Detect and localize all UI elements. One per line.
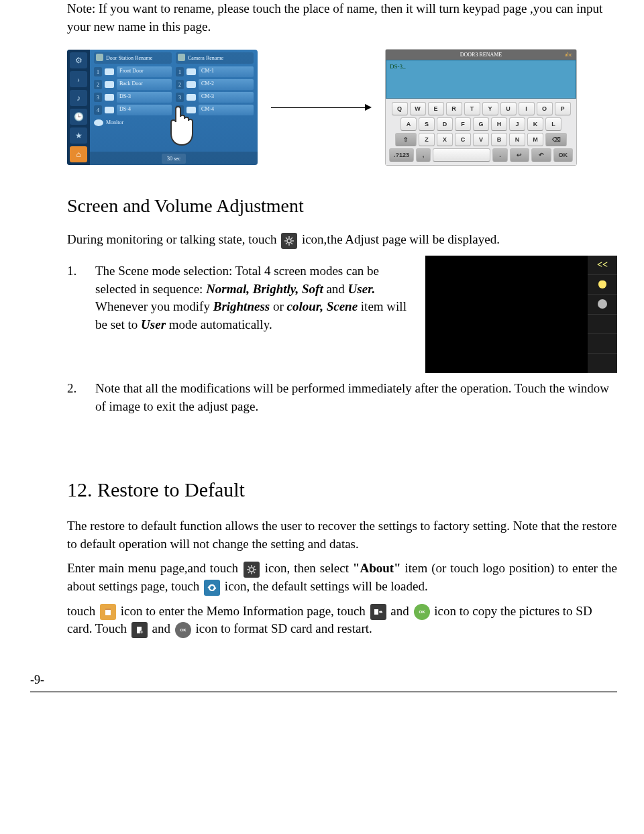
- gear-icon: ⚙: [70, 52, 87, 68]
- keypad-key: M: [527, 133, 543, 146]
- ok-gray-icon: OK: [175, 622, 191, 638]
- keypad-key: T: [464, 102, 480, 115]
- keypad-mode: abc: [565, 51, 572, 58]
- keypad-key: P: [555, 102, 571, 115]
- keypad-screenshot: DOOR3 RENAME abc DS-3_ QWERTYUIOP ASDFGH…: [385, 49, 577, 166]
- svg-rect-24: [374, 609, 378, 615]
- svg-line-14: [248, 566, 250, 568]
- door-label: Front Door: [117, 66, 172, 77]
- cam-label: CM-4: [199, 105, 254, 115]
- restore-p3: touch icon to enter the Memo Information…: [67, 603, 617, 638]
- keypad-title: DOOR3 RENAME: [460, 51, 502, 58]
- svg-line-16: [254, 566, 255, 568]
- back-icon: <<: [588, 256, 617, 275]
- row-num: 4: [94, 105, 102, 115]
- rename-sidebar: ⚙ › ♪ 🕒 ★ ⌂: [67, 50, 90, 165]
- door-column: 1Front Door 2Back Door 3DS-3 4DS-4 Monit…: [94, 66, 172, 127]
- keypad-key: ,: [416, 148, 431, 162]
- svg-point-0: [287, 239, 291, 243]
- nav-icon: ›: [70, 71, 87, 87]
- keypad-key: E: [428, 102, 444, 115]
- svg-line-6: [291, 243, 292, 244]
- door-label: Back Door: [117, 79, 172, 90]
- keypad-key: ⌫: [545, 133, 567, 146]
- keypad-key: H: [491, 117, 507, 131]
- gear-icon: [281, 233, 297, 249]
- sd-format-icon: [131, 622, 148, 638]
- keypad-key: S: [419, 117, 435, 131]
- cam-label: CM-3: [199, 92, 254, 103]
- text: icon,the Adjust page will be displayed.: [302, 232, 500, 246]
- blank-icon: [588, 334, 617, 354]
- keypad-key: Q: [392, 102, 408, 115]
- music-icon: ♪: [70, 90, 87, 106]
- svg-rect-18: [105, 609, 111, 615]
- hand-pointer-icon: [166, 102, 204, 146]
- footer-line: [30, 691, 617, 692]
- keypad-key: .: [492, 148, 507, 162]
- keypad-key: V: [473, 133, 489, 146]
- row-num: 1: [176, 67, 184, 76]
- keypad-key: ↩: [510, 148, 530, 162]
- adjust-panel-screenshot: <<: [425, 256, 617, 373]
- keypad-key: O: [537, 102, 553, 115]
- svg-point-9: [250, 568, 254, 572]
- keypad-key: C: [455, 133, 471, 146]
- keypad-key: ↶: [531, 148, 551, 162]
- keypad-key: G: [473, 117, 489, 131]
- restore-p2: Enter main menu page,and touch icon, the…: [67, 560, 617, 595]
- ok-icon: OK: [414, 604, 430, 620]
- row-num: 1: [94, 67, 102, 76]
- keypad-key: K: [527, 117, 543, 131]
- transfer-icon: [370, 604, 386, 620]
- list-num-2: 2.: [67, 380, 82, 415]
- keypad-key: W: [410, 102, 426, 115]
- cam-label: CM-2: [199, 79, 254, 90]
- cam-label: CM-1: [199, 66, 254, 77]
- svg-line-5: [286, 238, 287, 239]
- door-label: DS-3: [117, 92, 172, 103]
- refresh-icon: [204, 580, 220, 596]
- keypad-key: [433, 148, 490, 162]
- row-num: 2: [176, 80, 184, 89]
- timeout-button: 30 sec: [162, 154, 186, 164]
- keypad-key: N: [509, 133, 525, 146]
- keypad-key: I: [519, 102, 535, 115]
- keypad-key: OK: [553, 148, 574, 162]
- bulb-icon: [588, 275, 617, 295]
- camera-rename-header: Camera Rename: [176, 52, 254, 64]
- svg-line-15: [254, 572, 255, 573]
- keypad-key: D: [437, 117, 453, 131]
- item-2-text: Note that all the modifications will be …: [95, 380, 617, 415]
- clock-icon: 🕒: [70, 109, 87, 125]
- keypad-key: A: [400, 117, 417, 131]
- star-icon: ★: [70, 127, 87, 144]
- restore-p1: The restore to default function allows t…: [67, 517, 617, 553]
- item-1-text: The Scene mode selection: Total 4 screen…: [95, 262, 413, 333]
- keypad-key: ⇧: [395, 133, 417, 146]
- keypad-key: R: [446, 102, 462, 115]
- page-number: -9-: [30, 672, 617, 688]
- svg-line-17: [248, 572, 250, 573]
- monitor-label: Monitor: [106, 119, 123, 126]
- memo-icon: [100, 604, 116, 620]
- keypad-key: B: [491, 133, 507, 146]
- gear-icon: [244, 562, 260, 578]
- rename-figure-row: ⚙ › ♪ 🕒 ★ ⌂ Door Station Rename Camera R…: [67, 49, 617, 166]
- keypad-key: F: [455, 117, 471, 131]
- svg-line-8: [286, 243, 287, 244]
- keypad-key: Z: [419, 133, 435, 146]
- gear-icon: [588, 295, 617, 314]
- blank-icon: [588, 354, 617, 373]
- keypad-key: U: [500, 102, 517, 115]
- row-num: 3: [176, 93, 184, 102]
- svg-text:OK: OK: [180, 628, 186, 632]
- section-title: Screen and Volume Adjustment: [67, 193, 617, 219]
- section-12-title: 12. Restore to Default: [67, 476, 617, 504]
- home-icon: ⌂: [70, 146, 87, 162]
- svg-line-7: [291, 238, 292, 239]
- during-paragraph: During monitoring or talking state, touc…: [67, 231, 617, 249]
- keypad-input: DS-3_: [386, 60, 576, 99]
- door-station-rename-header: Door Station Rename: [94, 52, 172, 64]
- row-num: 2: [94, 80, 102, 89]
